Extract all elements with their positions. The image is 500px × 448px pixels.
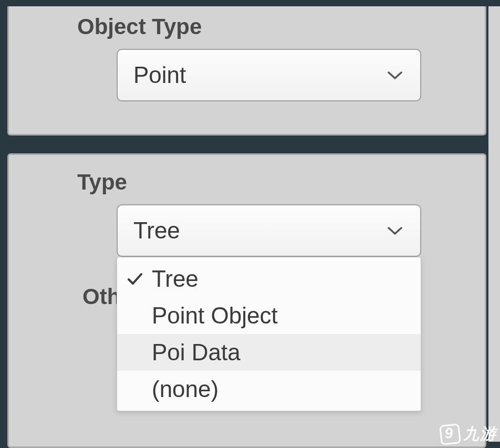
type-dropdown-list: Tree Point Object Poi Data (none) <box>117 257 421 411</box>
option-label: (none) <box>152 376 218 402</box>
type-option-tree[interactable]: Tree <box>117 261 421 297</box>
option-label: Point Object <box>152 303 278 329</box>
type-option-poi-data[interactable]: Poi Data <box>117 334 421 371</box>
option-label: Poi Data <box>152 339 241 366</box>
object-type-group: Object Type Point <box>7 6 486 136</box>
form-container: Object Type Point Type Tree <box>7 6 486 448</box>
object-type-select[interactable]: Point <box>117 49 421 101</box>
type-value: Tree <box>133 217 386 244</box>
type-select[interactable]: Tree Tree Point Objec <box>117 204 421 257</box>
watermark-text: 九游 <box>463 423 497 445</box>
check-icon <box>127 270 152 287</box>
type-group: Type Tree Tree <box>7 153 486 448</box>
object-type-value: Point <box>133 62 386 88</box>
chevron-down-icon <box>386 66 404 85</box>
option-label: Tree <box>152 266 199 292</box>
type-option-point-object[interactable]: Point Object <box>117 297 421 334</box>
chevron-down-icon <box>386 221 404 240</box>
object-type-label: Object Type <box>77 14 464 39</box>
watermark: 九游 <box>440 423 497 445</box>
type-option-none[interactable]: (none) <box>117 371 421 408</box>
right-edge-strip <box>488 6 500 442</box>
type-label: Type <box>77 170 464 195</box>
watermark-logo-icon <box>439 423 461 445</box>
